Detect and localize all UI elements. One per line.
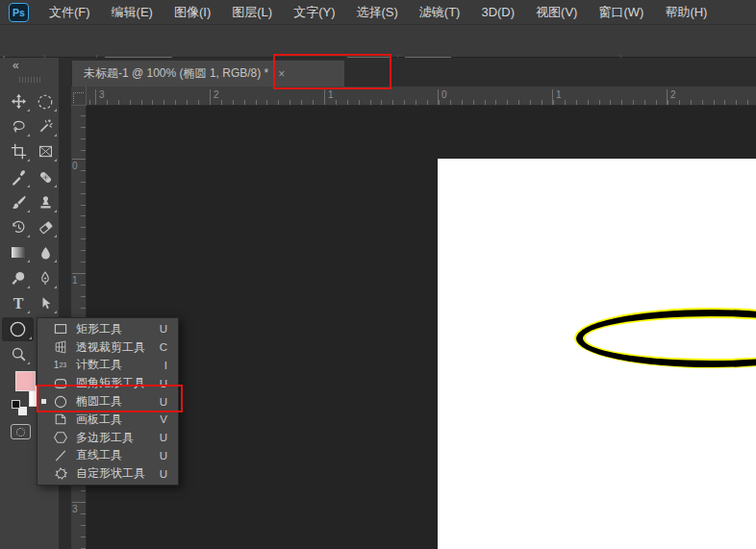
menu-item-artboard-tool[interactable]: 画板工具 V (38, 411, 178, 429)
menu-type[interactable]: 文字(Y) (283, 0, 345, 25)
document-tab[interactable]: 未标题-1 @ 100% (椭圆 1, RGB/8) * × (72, 61, 344, 87)
menu-item-ellipse-tool[interactable]: 椭圆工具 U (38, 392, 178, 411)
menu-item-rounded-rectangle-tool[interactable]: 圆角矩形工具 U (38, 374, 178, 392)
perspective-crop-tool-icon (52, 339, 68, 356)
slice-tool[interactable] (32, 139, 59, 163)
artboard-tool-icon (52, 412, 68, 428)
panel-grip[interactable] (19, 77, 40, 83)
pen-tool[interactable] (32, 266, 59, 290)
menu-layer[interactable]: 图层(L) (221, 0, 283, 25)
collapse-panel-button[interactable]: « (13, 59, 17, 72)
photoshop-window: { "app": { "logo": "Ps" }, "menubar": { … (0, 0, 756, 549)
menu-item-rectangle-tool[interactable]: 矩形工具 U (38, 320, 178, 338)
clone-stamp-tool[interactable] (32, 190, 59, 214)
ruler-label: 3 (95, 89, 105, 105)
ruler-label: 1 (324, 89, 334, 105)
move-tool[interactable] (5, 89, 32, 113)
ruler-label: 1 (552, 89, 562, 105)
dodge-tool[interactable] (5, 266, 32, 290)
menu-view[interactable]: 视图(V) (525, 0, 588, 25)
magic-wand-tool[interactable] (32, 114, 59, 138)
menu-filter[interactable]: 滤镜(T) (409, 0, 471, 25)
menu-item-count-tool[interactable]: 123 计数工具 I (38, 357, 178, 375)
line-tool-icon (52, 447, 68, 463)
ruler-label: 0 (438, 89, 447, 105)
document-tab-bar: 未标题-1 @ 100% (椭圆 1, RGB/8) * × (60, 58, 756, 87)
spot-healing-brush-tool[interactable] (32, 165, 59, 189)
ruler-label: 2 (210, 89, 219, 105)
menu-image[interactable]: 图像(I) (164, 0, 221, 25)
crop-tool[interactable] (5, 139, 32, 163)
options-bar: 形状 填充: 描边: 5 像素 W: 272 像素 H: 56 像素 + 对齐边… (0, 25, 756, 58)
type-tool[interactable]: T (5, 291, 32, 315)
lasso-tool[interactable] (5, 114, 32, 138)
foreground-color-swatch[interactable] (15, 371, 36, 391)
quick-mask-button[interactable] (11, 424, 31, 439)
blur-tool[interactable] (32, 240, 59, 264)
elliptical-marquee-tool[interactable] (32, 89, 59, 113)
gradient-tool[interactable] (5, 240, 32, 264)
zoom-tool[interactable] (5, 342, 32, 366)
ellipse-tool-selected[interactable] (2, 317, 34, 341)
rectangle-tool-icon (52, 321, 68, 337)
menu-item-perspective-crop-tool[interactable]: 透视裁剪工具 C (38, 338, 178, 357)
ruler-label: 2 (667, 89, 676, 105)
menu-window[interactable]: 窗口(W) (588, 0, 654, 25)
history-brush-tool[interactable] (5, 215, 32, 239)
menu-3d[interactable]: 3D(D) (470, 0, 525, 25)
horizontal-ruler[interactable]: 3 2 1 0 1 2 (87, 87, 756, 106)
menu-file[interactable]: 文件(F) (38, 0, 101, 25)
close-tab-icon[interactable]: × (278, 67, 285, 81)
ellipse-tool-icon (52, 393, 68, 410)
pasteboard[interactable] (87, 106, 756, 549)
document-tab-title: 未标题-1 @ 100% (椭圆 1, RGB/8) * (84, 65, 268, 82)
default-colors-icon[interactable] (12, 400, 27, 415)
horizontal-ruler-row: 3 2 1 0 1 2 (60, 87, 756, 106)
ruler-label: 1 (72, 273, 86, 286)
ruler-origin-corner[interactable] (71, 87, 87, 106)
rounded-rectangle-tool-icon (52, 375, 68, 391)
ruler-label: 0 (72, 159, 86, 171)
menu-bar: Ps 文件(F) 编辑(E) 图像(I) 图层(L) 文字(Y) 选择(S) 滤… (0, 0, 756, 25)
menu-item-line-tool[interactable]: 直线工具 U (38, 446, 178, 464)
custom-shape-tool-icon (52, 465, 68, 482)
eyedropper-tool[interactable] (5, 165, 32, 189)
menu-help[interactable]: 帮助(H) (654, 0, 718, 25)
brush-tool[interactable] (5, 190, 32, 214)
menu-item-polygon-tool[interactable]: 多边形工具 U (38, 429, 178, 447)
path-selection-tool[interactable] (32, 291, 59, 315)
eraser-tool[interactable] (32, 215, 59, 239)
photoshop-logo: Ps (9, 3, 29, 22)
shape-tools-flyout-menu: 矩形工具 U 透视裁剪工具 C 123 计数工具 I 圆角矩形工具 U 椭圆工具… (37, 317, 179, 486)
menu-item-custom-shape-tool[interactable]: 自定形状工具 U (38, 464, 178, 483)
menu-select[interactable]: 选择(S) (345, 0, 408, 25)
current-tool-indicator (41, 399, 46, 404)
count-tool-icon: 123 (52, 357, 68, 373)
menu-edit[interactable]: 编辑(E) (101, 0, 164, 25)
polygon-tool-icon (52, 430, 68, 446)
ruler-label: 3 (72, 502, 86, 514)
